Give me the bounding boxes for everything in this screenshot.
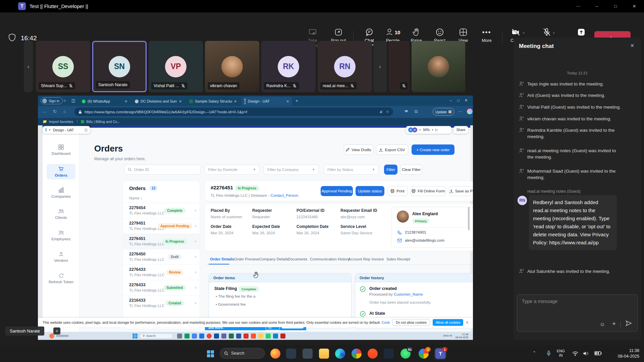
page-scrollbar-thumb[interactable] [468, 207, 470, 230]
app-icon[interactable] [229, 334, 234, 339]
contact-phone[interactable]: 2123874901 [405, 230, 426, 234]
app-icon[interactable] [236, 334, 241, 339]
shared-lang-indicator[interactable]: ENG IN [443, 335, 452, 337]
react-button[interactable]: React [428, 27, 451, 43]
tab-close-icon[interactable]: ✕ [179, 100, 182, 103]
zoom-level[interactable]: 94% [423, 128, 430, 132]
order-row-selected[interactable]: 2276451TL Flex Holdings LLC In Progress› [123, 234, 200, 249]
tab-close-icon[interactable]: ✕ [286, 100, 289, 103]
chevron-down-icon[interactable]: ▼ [419, 129, 421, 131]
app-icon[interactable] [221, 334, 226, 339]
tab-order-preview[interactable]: Order Preview [234, 257, 259, 261]
taskbar-app-chrome[interactable] [352, 349, 362, 359]
app-icon[interactable] [207, 334, 212, 339]
figma-share-button[interactable]: Share [453, 126, 468, 134]
strip-next-button[interactable]: › [373, 41, 387, 92]
clear-filter-button[interactable]: Clear Filter [400, 165, 422, 175]
tab-documents[interactable]: Documents [288, 257, 307, 261]
bookmark-label[interactable]: Bills | Billing and Co... [86, 120, 120, 124]
emoji-icon[interactable]: ☺ [600, 321, 605, 327]
taskbar-app-teams[interactable]: T1 [435, 349, 445, 359]
browser-essentials-icon[interactable]: ❤︎ [405, 109, 408, 114]
new-tab-icon[interactable]: + [296, 98, 298, 103]
camera-options-chevron-icon[interactable]: ⌄ [522, 30, 525, 35]
taskbar-app-chrome-profile[interactable]: 1 [419, 349, 429, 359]
window-maximize-button[interactable]: □ [608, 3, 623, 10]
browser-profile-button[interactable]: Sign in [41, 97, 63, 104]
customer-name-link[interactable]: Customer_Name [394, 292, 423, 296]
favorite-star-icon[interactable]: ☆ [386, 110, 389, 114]
participant-tile-partial[interactable] [389, 41, 410, 92]
app-icon[interactable] [266, 334, 271, 339]
update-button[interactable]: Update [433, 108, 454, 116]
tray-mic-icon[interactable] [546, 350, 551, 356]
browser-more-icon[interactable]: ⋯ [458, 109, 463, 114]
people-button[interactable]: 10 People [381, 27, 405, 43]
tab-sales-receipt[interactable]: Sales Receipt [386, 257, 410, 261]
cookie-close-icon[interactable]: X [466, 321, 468, 324]
participant-tile[interactable]: SS Shivani Sup... [36, 41, 90, 92]
contact-email[interactable]: alex@vstatefilings.com [405, 238, 444, 242]
filter-company-select[interactable]: Filter by Company ▼ [264, 165, 319, 175]
view-button[interactable]: View [451, 27, 475, 43]
tab-close-icon[interactable]: ✕ [234, 100, 237, 103]
order-id-search-input[interactable]: Order ID [124, 165, 201, 175]
print-button[interactable]: Print [387, 186, 408, 196]
read-aloud-icon[interactable]: Aʻ [380, 110, 383, 114]
participant-tile-active-speaker[interactable]: SN Santosh Narate [92, 41, 147, 92]
message-input[interactable] [522, 299, 623, 304]
chat-panel-close-icon[interactable]: ✕ [630, 43, 634, 48]
order-row[interactable]: 2216433TL Flex Holdings LLC Created› [123, 295, 200, 311]
order-row[interactable]: 2279454TL Flex Holdings LLC Complete› [123, 203, 200, 218]
collections-icon[interactable]: ⧉ [415, 109, 418, 114]
raise-hand-button[interactable]: Raise [405, 27, 428, 43]
import-favorites-label[interactable]: Import favorites [49, 120, 73, 124]
app-icon[interactable] [192, 334, 197, 339]
tray-battery-icon[interactable] [594, 351, 602, 355]
approval-pending-button[interactable]: Approval Pending [321, 186, 353, 196]
split-screen-icon[interactable]: ◫ [71, 98, 75, 103]
participant-tile-video[interactable] [412, 41, 465, 92]
browser-tab[interactable]: Sample Salary Structure with calc ✕ [186, 97, 239, 106]
address-bar[interactable]: https://www.figma.com/design/9BKQ0FOHRWa… [74, 108, 393, 116]
browser-close-icon[interactable]: ✕ [465, 98, 468, 103]
browser-minimize-icon[interactable]: – [450, 98, 452, 102]
tray-clock[interactable]: 11:3808-04-2025 [618, 348, 639, 359]
order-row[interactable]: 2276433TL Flex Holdings LLC Submitted› [123, 280, 200, 295]
taskbar-app-folder[interactable] [319, 349, 329, 359]
present-icon[interactable]: ▷ [435, 128, 438, 132]
tray-language-indicator[interactable]: ENGIN [557, 349, 565, 358]
app-icon[interactable] [251, 334, 256, 339]
send-icon[interactable] [626, 320, 632, 327]
home-icon[interactable]: ⌂ [63, 109, 66, 114]
back-icon[interactable]: ← [43, 109, 47, 114]
strip-prev-button[interactable]: ‹ [24, 41, 33, 92]
save-as-pdf-button[interactable]: Save as PDF [449, 186, 473, 196]
sidebar-item-employees[interactable]: Employees [45, 230, 77, 241]
filter-status-select[interactable]: Filter by Status ▼ [324, 165, 379, 175]
sidebar-item-companies[interactable]: Companies [45, 187, 77, 198]
taskbar-app-edge[interactable] [335, 349, 345, 359]
refresh-icon[interactable]: ↻ [53, 109, 57, 114]
order-row[interactable]: 2279451TL Flex Holdings LLC Approval Pen… [123, 218, 200, 234]
taskbar-app-brave[interactable] [368, 349, 378, 359]
app-icon[interactable] [244, 334, 249, 339]
tray-volume-icon[interactable] [583, 351, 589, 356]
pop-out-button[interactable]: Pop out [327, 27, 350, 43]
app-icon[interactable] [280, 334, 285, 339]
contact-person-link[interactable]: Contact_Person. [270, 193, 299, 197]
chevron-down-icon[interactable]: ▼ [431, 129, 434, 131]
browser-tab[interactable]: (6) WhatsApp ✕ [79, 97, 130, 106]
tray-wifi-icon[interactable] [572, 351, 578, 356]
window-close-button[interactable]: ✕ [627, 3, 642, 10]
update-status-button[interactable]: Update status [356, 186, 384, 196]
start-button-icon[interactable] [207, 350, 214, 357]
taskbar-app-icon[interactable] [384, 349, 394, 359]
tab-account-rep[interactable]: Account Rep [348, 257, 370, 261]
sidebar-item-clients[interactable]: Clients [45, 209, 77, 220]
taskbar-app-icon[interactable] [286, 349, 296, 359]
window-minimize-button[interactable]: – [589, 3, 604, 10]
allow-cookies-button[interactable]: Allow all cookies [433, 319, 463, 326]
browser-tab[interactable]: DC Divisions and Surroundings ✕ [132, 97, 184, 106]
browser-tab-active[interactable]: Design - UAT ✕ [241, 97, 292, 106]
